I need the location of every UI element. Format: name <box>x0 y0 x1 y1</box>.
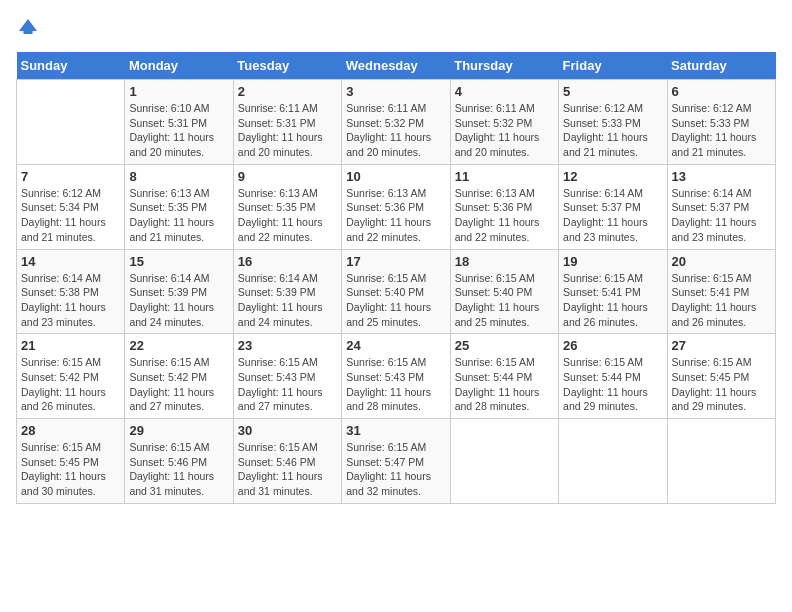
day-cell: 29Sunrise: 6:15 AM Sunset: 5:46 PM Dayli… <box>125 419 233 504</box>
day-number: 8 <box>129 169 228 184</box>
week-row-4: 21Sunrise: 6:15 AM Sunset: 5:42 PM Dayli… <box>17 334 776 419</box>
day-number: 31 <box>346 423 445 438</box>
day-number: 20 <box>672 254 771 269</box>
day-info: Sunrise: 6:15 AM Sunset: 5:43 PM Dayligh… <box>238 355 337 414</box>
day-cell: 8Sunrise: 6:13 AM Sunset: 5:35 PM Daylig… <box>125 164 233 249</box>
day-number: 6 <box>672 84 771 99</box>
day-info: Sunrise: 6:15 AM Sunset: 5:45 PM Dayligh… <box>672 355 771 414</box>
day-number: 27 <box>672 338 771 353</box>
day-cell: 14Sunrise: 6:14 AM Sunset: 5:38 PM Dayli… <box>17 249 125 334</box>
day-number: 16 <box>238 254 337 269</box>
day-cell: 9Sunrise: 6:13 AM Sunset: 5:35 PM Daylig… <box>233 164 341 249</box>
day-number: 17 <box>346 254 445 269</box>
day-info: Sunrise: 6:15 AM Sunset: 5:43 PM Dayligh… <box>346 355 445 414</box>
header-row: SundayMondayTuesdayWednesdayThursdayFrid… <box>17 52 776 80</box>
day-info: Sunrise: 6:15 AM Sunset: 5:44 PM Dayligh… <box>455 355 554 414</box>
day-info: Sunrise: 6:11 AM Sunset: 5:32 PM Dayligh… <box>346 101 445 160</box>
svg-marker-0 <box>19 19 37 31</box>
day-cell: 30Sunrise: 6:15 AM Sunset: 5:46 PM Dayli… <box>233 419 341 504</box>
day-info: Sunrise: 6:14 AM Sunset: 5:37 PM Dayligh… <box>563 186 662 245</box>
column-header-sunday: Sunday <box>17 52 125 80</box>
day-info: Sunrise: 6:14 AM Sunset: 5:38 PM Dayligh… <box>21 271 120 330</box>
day-cell <box>450 419 558 504</box>
day-cell: 26Sunrise: 6:15 AM Sunset: 5:44 PM Dayli… <box>559 334 667 419</box>
day-info: Sunrise: 6:13 AM Sunset: 5:36 PM Dayligh… <box>455 186 554 245</box>
calendar-table: SundayMondayTuesdayWednesdayThursdayFrid… <box>16 52 776 504</box>
day-cell: 1Sunrise: 6:10 AM Sunset: 5:31 PM Daylig… <box>125 80 233 165</box>
day-number: 22 <box>129 338 228 353</box>
day-number: 29 <box>129 423 228 438</box>
day-cell: 5Sunrise: 6:12 AM Sunset: 5:33 PM Daylig… <box>559 80 667 165</box>
day-number: 26 <box>563 338 662 353</box>
day-cell: 12Sunrise: 6:14 AM Sunset: 5:37 PM Dayli… <box>559 164 667 249</box>
day-info: Sunrise: 6:13 AM Sunset: 5:35 PM Dayligh… <box>129 186 228 245</box>
day-info: Sunrise: 6:14 AM Sunset: 5:37 PM Dayligh… <box>672 186 771 245</box>
svg-rect-1 <box>24 31 33 34</box>
day-info: Sunrise: 6:11 AM Sunset: 5:32 PM Dayligh… <box>455 101 554 160</box>
column-header-saturday: Saturday <box>667 52 775 80</box>
day-number: 11 <box>455 169 554 184</box>
day-number: 30 <box>238 423 337 438</box>
day-info: Sunrise: 6:15 AM Sunset: 5:46 PM Dayligh… <box>238 440 337 499</box>
day-cell <box>17 80 125 165</box>
day-info: Sunrise: 6:14 AM Sunset: 5:39 PM Dayligh… <box>129 271 228 330</box>
day-info: Sunrise: 6:12 AM Sunset: 5:34 PM Dayligh… <box>21 186 120 245</box>
day-info: Sunrise: 6:12 AM Sunset: 5:33 PM Dayligh… <box>672 101 771 160</box>
day-cell: 7Sunrise: 6:12 AM Sunset: 5:34 PM Daylig… <box>17 164 125 249</box>
day-cell: 2Sunrise: 6:11 AM Sunset: 5:31 PM Daylig… <box>233 80 341 165</box>
column-header-wednesday: Wednesday <box>342 52 450 80</box>
week-row-3: 14Sunrise: 6:14 AM Sunset: 5:38 PM Dayli… <box>17 249 776 334</box>
day-number: 14 <box>21 254 120 269</box>
day-cell: 4Sunrise: 6:11 AM Sunset: 5:32 PM Daylig… <box>450 80 558 165</box>
day-info: Sunrise: 6:12 AM Sunset: 5:33 PM Dayligh… <box>563 101 662 160</box>
column-header-tuesday: Tuesday <box>233 52 341 80</box>
day-number: 9 <box>238 169 337 184</box>
day-info: Sunrise: 6:15 AM Sunset: 5:40 PM Dayligh… <box>455 271 554 330</box>
day-cell: 25Sunrise: 6:15 AM Sunset: 5:44 PM Dayli… <box>450 334 558 419</box>
day-cell: 28Sunrise: 6:15 AM Sunset: 5:45 PM Dayli… <box>17 419 125 504</box>
day-info: Sunrise: 6:15 AM Sunset: 5:41 PM Dayligh… <box>563 271 662 330</box>
day-info: Sunrise: 6:15 AM Sunset: 5:47 PM Dayligh… <box>346 440 445 499</box>
day-number: 23 <box>238 338 337 353</box>
day-cell: 19Sunrise: 6:15 AM Sunset: 5:41 PM Dayli… <box>559 249 667 334</box>
day-number: 2 <box>238 84 337 99</box>
day-cell: 24Sunrise: 6:15 AM Sunset: 5:43 PM Dayli… <box>342 334 450 419</box>
day-cell: 3Sunrise: 6:11 AM Sunset: 5:32 PM Daylig… <box>342 80 450 165</box>
day-number: 13 <box>672 169 771 184</box>
day-number: 5 <box>563 84 662 99</box>
day-cell: 22Sunrise: 6:15 AM Sunset: 5:42 PM Dayli… <box>125 334 233 419</box>
day-info: Sunrise: 6:15 AM Sunset: 5:44 PM Dayligh… <box>563 355 662 414</box>
day-info: Sunrise: 6:15 AM Sunset: 5:46 PM Dayligh… <box>129 440 228 499</box>
day-cell <box>559 419 667 504</box>
day-number: 4 <box>455 84 554 99</box>
column-header-friday: Friday <box>559 52 667 80</box>
day-cell: 6Sunrise: 6:12 AM Sunset: 5:33 PM Daylig… <box>667 80 775 165</box>
day-number: 3 <box>346 84 445 99</box>
day-number: 28 <box>21 423 120 438</box>
logo-icon <box>16 16 40 40</box>
day-info: Sunrise: 6:15 AM Sunset: 5:42 PM Dayligh… <box>21 355 120 414</box>
day-number: 10 <box>346 169 445 184</box>
day-info: Sunrise: 6:15 AM Sunset: 5:42 PM Dayligh… <box>129 355 228 414</box>
header <box>16 16 776 40</box>
day-info: Sunrise: 6:10 AM Sunset: 5:31 PM Dayligh… <box>129 101 228 160</box>
day-info: Sunrise: 6:13 AM Sunset: 5:36 PM Dayligh… <box>346 186 445 245</box>
day-cell: 17Sunrise: 6:15 AM Sunset: 5:40 PM Dayli… <box>342 249 450 334</box>
day-info: Sunrise: 6:15 AM Sunset: 5:41 PM Dayligh… <box>672 271 771 330</box>
column-header-monday: Monday <box>125 52 233 80</box>
column-header-thursday: Thursday <box>450 52 558 80</box>
day-number: 25 <box>455 338 554 353</box>
day-cell: 23Sunrise: 6:15 AM Sunset: 5:43 PM Dayli… <box>233 334 341 419</box>
week-row-2: 7Sunrise: 6:12 AM Sunset: 5:34 PM Daylig… <box>17 164 776 249</box>
day-cell: 18Sunrise: 6:15 AM Sunset: 5:40 PM Dayli… <box>450 249 558 334</box>
day-number: 15 <box>129 254 228 269</box>
day-cell <box>667 419 775 504</box>
day-cell: 15Sunrise: 6:14 AM Sunset: 5:39 PM Dayli… <box>125 249 233 334</box>
week-row-1: 1Sunrise: 6:10 AM Sunset: 5:31 PM Daylig… <box>17 80 776 165</box>
day-cell: 11Sunrise: 6:13 AM Sunset: 5:36 PM Dayli… <box>450 164 558 249</box>
day-cell: 21Sunrise: 6:15 AM Sunset: 5:42 PM Dayli… <box>17 334 125 419</box>
day-info: Sunrise: 6:11 AM Sunset: 5:31 PM Dayligh… <box>238 101 337 160</box>
day-info: Sunrise: 6:14 AM Sunset: 5:39 PM Dayligh… <box>238 271 337 330</box>
day-cell: 10Sunrise: 6:13 AM Sunset: 5:36 PM Dayli… <box>342 164 450 249</box>
day-number: 7 <box>21 169 120 184</box>
